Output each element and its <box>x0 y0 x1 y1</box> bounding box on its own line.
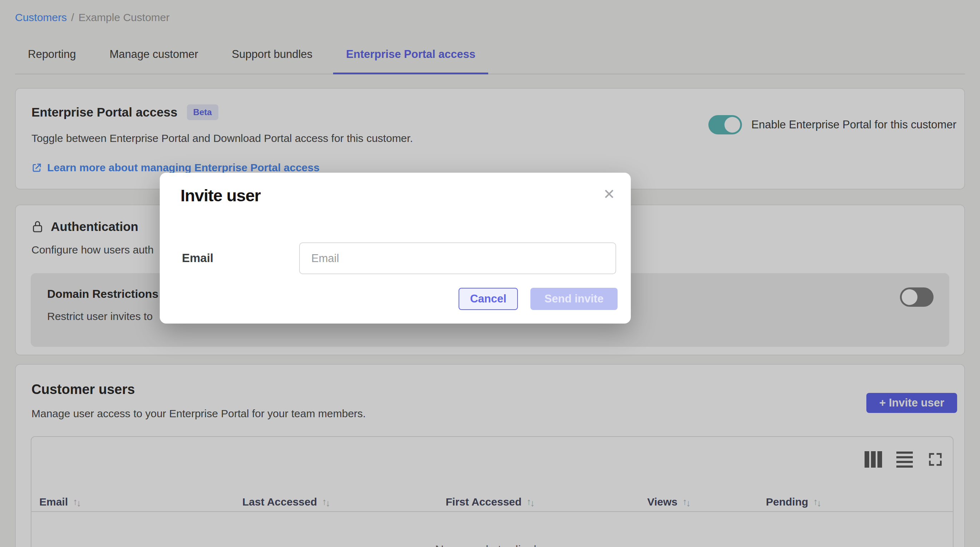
close-icon[interactable]: ✕ <box>603 187 615 201</box>
invite-user-modal: Invite user ✕ Email Cancel Send invite <box>160 173 631 324</box>
email-field[interactable] <box>299 242 616 274</box>
modal-actions: Cancel Send invite <box>458 288 617 310</box>
email-label: Email <box>182 251 213 265</box>
modal-title: Invite user <box>180 185 261 205</box>
send-invite-button[interactable]: Send invite <box>530 288 617 310</box>
cancel-button[interactable]: Cancel <box>458 288 518 310</box>
